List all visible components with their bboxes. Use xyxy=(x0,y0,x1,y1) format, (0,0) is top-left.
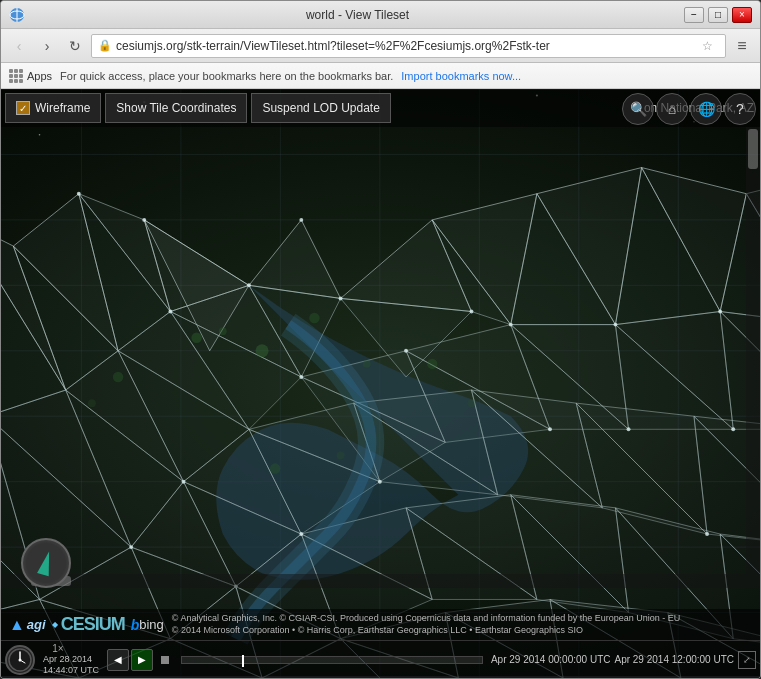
help-icon: ? xyxy=(736,101,744,117)
svg-point-5 xyxy=(39,134,41,136)
search-icon: 🔍 xyxy=(630,101,647,117)
cesium-viewport[interactable]: ✓ Wireframe Show Tile Coordinates Suspen… xyxy=(1,89,760,678)
svg-point-163 xyxy=(468,399,476,407)
agi-triangle-icon: ▲ xyxy=(9,616,25,634)
svg-point-136 xyxy=(404,349,408,353)
svg-point-157 xyxy=(191,332,201,342)
svg-point-146 xyxy=(378,480,382,484)
import-bookmarks-link[interactable]: Import bookmarks now... xyxy=(401,70,521,82)
horizontal-scrollbar[interactable] xyxy=(1,574,746,588)
cesium-logo-text: CESIUM xyxy=(61,614,125,635)
current-date: Apr 28 2014 14:44:07 UTC xyxy=(43,654,99,676)
svg-point-135 xyxy=(339,296,343,300)
minimize-button[interactable]: − xyxy=(684,7,704,23)
compass-arrow-icon xyxy=(37,550,55,576)
svg-point-167 xyxy=(270,463,280,473)
svg-point-158 xyxy=(219,327,227,335)
forward-button[interactable]: › xyxy=(35,34,59,58)
svg-point-145 xyxy=(299,375,303,379)
svg-point-166 xyxy=(337,452,345,460)
lock-icon: 🔒 xyxy=(98,39,112,52)
home-button[interactable]: ⌂ xyxy=(656,93,688,125)
compass-inner xyxy=(21,538,71,588)
bookmarks-bar: Apps For quick access, place your bookma… xyxy=(1,63,760,89)
brand-row: ▲ agi ◆ CESIUM b bing © Analytical Graph… xyxy=(1,609,760,640)
close-button[interactable]: × xyxy=(732,7,752,23)
compass-rose[interactable] xyxy=(21,538,71,588)
copyright-line1: © Analytical Graphics, Inc. © CGIAR-CSI.… xyxy=(172,613,752,625)
wireframe-label: Wireframe xyxy=(35,101,90,115)
tile-coords-label: Show Tile Coordinates xyxy=(116,101,236,115)
search-button[interactable]: 🔍 xyxy=(622,93,654,125)
bookmark-hint-text: For quick access, place your bookmarks h… xyxy=(60,70,393,82)
window-title: world - View Tileset xyxy=(31,8,684,22)
timeline-row: 1× Apr 28 2014 14:44:07 UTC ◀ ▶ Apr 29 2… xyxy=(1,640,760,678)
bing-logo: b bing xyxy=(131,617,164,633)
address-bar[interactable]: 🔒 cesiumjs.org/stk-terrain/ViewTileset.h… xyxy=(91,34,726,58)
bing-icon: b xyxy=(131,617,140,633)
svg-point-162 xyxy=(427,359,437,369)
home-icon: ⌂ xyxy=(668,101,676,117)
nav-bar: ‹ › ↻ 🔒 cesiumjs.org/stk-terrain/ViewTil… xyxy=(1,29,760,63)
help-button[interactable]: ? xyxy=(724,93,756,125)
brand-logos: ▲ agi ◆ CESIUM b bing xyxy=(9,614,164,635)
terrain-visualization xyxy=(1,89,760,678)
suspend-lod-toggle[interactable]: Suspend LOD Update xyxy=(251,93,390,123)
timeline-cursor xyxy=(242,655,244,667)
agi-logo: ▲ agi xyxy=(9,616,46,634)
wireframe-toggle[interactable]: ✓ Wireframe xyxy=(5,93,101,123)
time-start-label: Apr 29 2014 00:00:00 UTC xyxy=(491,654,611,665)
window-controls: − □ × xyxy=(684,7,752,23)
clock-face xyxy=(7,647,33,673)
timeline-bar[interactable] xyxy=(181,656,483,664)
svg-point-153 xyxy=(705,532,709,536)
svg-point-151 xyxy=(548,427,552,431)
agi-text: agi xyxy=(27,617,46,632)
copyright-text: © Analytical Graphics, Inc. © CGIAR-CSI.… xyxy=(172,613,752,636)
bookmark-star-icon[interactable]: ☆ xyxy=(695,34,719,58)
svg-point-152 xyxy=(627,427,631,431)
apps-label: Apps xyxy=(27,70,52,82)
apps-button[interactable]: Apps xyxy=(9,69,52,83)
reload-button[interactable]: ↻ xyxy=(63,34,87,58)
title-bar: world - View Tileset − □ × xyxy=(1,1,760,29)
svg-point-133 xyxy=(247,283,251,287)
play-button[interactable]: ▶ xyxy=(131,649,153,671)
chrome-menu-button[interactable]: ≡ xyxy=(730,34,754,58)
cesium-bottom-bar: ▲ agi ◆ CESIUM b bing © Analytical Graph… xyxy=(1,609,760,678)
svg-point-165 xyxy=(88,399,96,407)
svg-point-143 xyxy=(718,310,722,314)
rewind-button[interactable]: ◀ xyxy=(107,649,129,671)
fullscreen-button[interactable]: ⤢ xyxy=(738,651,756,669)
svg-point-140 xyxy=(77,192,81,196)
copyright-line2: © 2014 Microsoft Corporation • © Harris … xyxy=(172,625,752,637)
svg-point-160 xyxy=(309,313,319,323)
clock-widget[interactable] xyxy=(5,645,35,675)
cesium-logo: ◆ CESIUM xyxy=(52,614,125,635)
bing-text: bing xyxy=(139,617,164,632)
v-scrollbar-thumb[interactable] xyxy=(748,129,758,169)
chrome-window: world - View Tileset − □ × ‹ › ↻ 🔒 cesiu… xyxy=(0,0,761,679)
wireframe-checkbox: ✓ xyxy=(16,101,30,115)
svg-point-142 xyxy=(613,323,617,327)
svg-point-137 xyxy=(470,310,474,314)
maximize-button[interactable]: □ xyxy=(708,7,728,23)
date-line1: Apr 28 2014 xyxy=(43,654,99,665)
svg-point-149 xyxy=(182,480,186,484)
vertical-scrollbar[interactable] xyxy=(746,127,760,588)
tile-coords-toggle[interactable]: Show Tile Coordinates xyxy=(105,93,247,123)
svg-point-139 xyxy=(142,218,146,222)
svg-point-138 xyxy=(168,310,172,314)
playback-controls: ◀ ▶ xyxy=(107,649,153,671)
back-button[interactable]: ‹ xyxy=(7,34,31,58)
svg-point-161 xyxy=(363,360,371,368)
cesium-small-triangle-icon: ◆ xyxy=(52,620,58,629)
playback-speed: 1× xyxy=(43,643,73,654)
url-text: cesiumjs.org/stk-terrain/ViewTileset.htm… xyxy=(116,39,695,53)
speed-date-block: 1× Apr 28 2014 14:44:07 UTC xyxy=(43,643,99,676)
svg-point-141 xyxy=(509,323,513,327)
suspend-lod-label: Suspend LOD Update xyxy=(262,101,379,115)
svg-point-147 xyxy=(299,532,303,536)
globe-button[interactable]: 🌐 xyxy=(690,93,722,125)
time-end-label: Apr 29 2014 12:00:00 UTC xyxy=(614,654,734,665)
